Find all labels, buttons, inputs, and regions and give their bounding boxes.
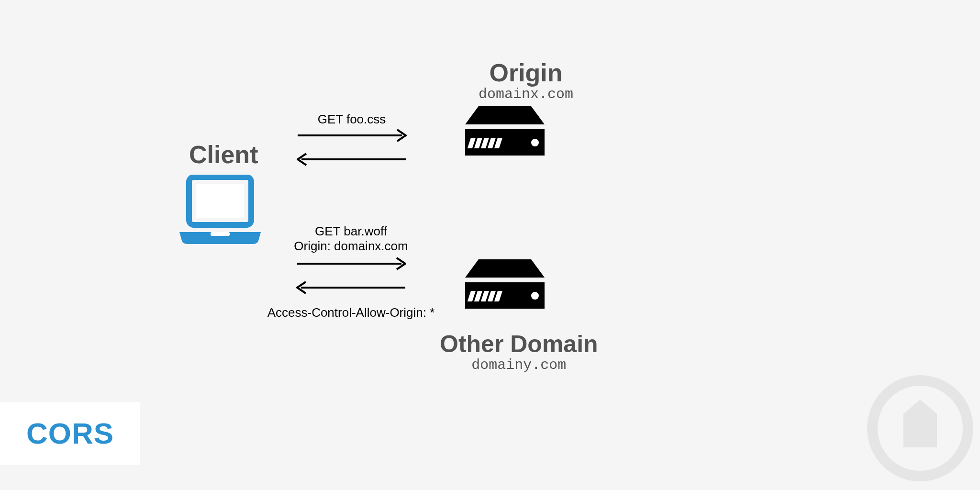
origin-block: Origin domainx.com	[479, 58, 573, 102]
svg-point-20	[531, 292, 539, 300]
arrow-group-other: GET bar.woff Origin: domainx.com Access-…	[278, 224, 424, 295]
arrow-right-icon	[297, 128, 407, 143]
request-bar-label-1: GET bar.woff	[278, 224, 424, 239]
client-label: Client	[189, 140, 258, 169]
response-acao-label: Access-Control-Allow-Origin: *	[254, 305, 448, 320]
cors-badge: CORS	[0, 402, 140, 465]
server-other-icon	[464, 259, 546, 312]
other-domain-subtitle: domainy.com	[440, 357, 598, 373]
svg-rect-2	[211, 232, 230, 236]
laptop-icon	[177, 175, 263, 246]
arrow-left-icon	[297, 152, 407, 167]
watermark-icon	[865, 373, 975, 485]
other-domain-block: Other Domain domainy.com	[440, 330, 598, 373]
server-origin-icon	[464, 106, 546, 158]
origin-title: Origin	[479, 58, 573, 87]
other-domain-title: Other Domain	[440, 330, 598, 358]
request-bar-label-2: Origin: domainx.com	[278, 239, 424, 254]
origin-subtitle: domainx.com	[479, 86, 573, 102]
request-foo-label: GET foo.css	[297, 112, 407, 127]
arrow-right-icon	[296, 256, 406, 271]
arrow-left-icon	[296, 280, 406, 295]
cors-badge-text: CORS	[26, 417, 114, 450]
svg-rect-1	[196, 184, 244, 218]
arrow-group-origin: GET foo.css	[297, 112, 407, 167]
svg-point-9	[531, 139, 539, 146]
